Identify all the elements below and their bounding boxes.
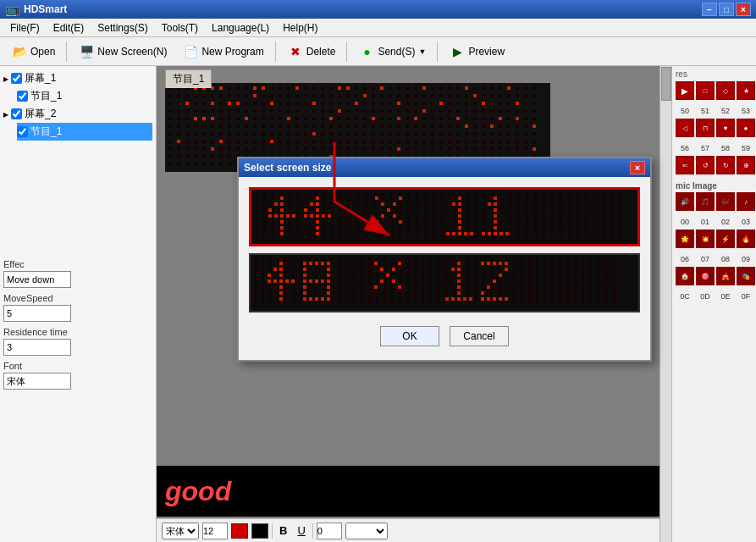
anim-0e[interactable]: 🎪 bbox=[716, 267, 735, 285]
anim-06[interactable]: 🌟 bbox=[676, 230, 694, 248]
prog1-label: 节目_1 bbox=[30, 89, 62, 103]
anim-00[interactable]: 🔊 bbox=[676, 192, 694, 211]
icon-53[interactable]: ★ bbox=[737, 81, 755, 100]
icon-57[interactable]: ⊓ bbox=[696, 119, 715, 137]
icon-5f[interactable]: ⊕ bbox=[737, 156, 755, 174]
icon-5e[interactable]: ↻ bbox=[716, 156, 735, 174]
icon-5c[interactable]: ⇐ bbox=[676, 156, 694, 174]
led-option-44x11[interactable] bbox=[249, 187, 640, 246]
prog2-checkbox[interactable] bbox=[17, 126, 28, 137]
anim-03[interactable]: ♪ bbox=[737, 192, 755, 211]
lbl-57: 57 bbox=[696, 144, 715, 152]
close-button[interactable]: × bbox=[736, 3, 751, 16]
move-speed-input[interactable] bbox=[3, 305, 71, 322]
program-tab-label: 节目_1 bbox=[165, 69, 212, 88]
send-dropdown-icon[interactable]: ▼ bbox=[418, 47, 426, 56]
led-option-48x12[interactable] bbox=[249, 253, 640, 312]
anim-08[interactable]: ⚡ bbox=[716, 230, 735, 248]
menu-bar: File(F) Edit(E) Settings(S) Tools(T) Lan… bbox=[0, 19, 756, 37]
icon-52[interactable]: ◇ bbox=[716, 81, 735, 100]
delete-button[interactable]: ✖ Delete bbox=[281, 41, 342, 63]
prog1-checkbox[interactable] bbox=[17, 91, 28, 102]
bold-button[interactable]: B bbox=[276, 524, 290, 537]
screen1-checkbox[interactable] bbox=[11, 73, 22, 84]
icon-grid-2: ◁ ⊓ ♥ ● bbox=[676, 119, 753, 137]
anim-0d[interactable]: 🎯 bbox=[696, 267, 715, 285]
send-button[interactable]: ● Send(S) ▼ bbox=[352, 41, 432, 63]
menu-settings[interactable]: Settings(S) bbox=[91, 20, 154, 36]
icon-51[interactable]: □ bbox=[696, 81, 715, 100]
maximize-button[interactable]: □ bbox=[719, 3, 734, 16]
icon-5d[interactable]: ↺ bbox=[696, 156, 715, 174]
preview-icon: ▶ bbox=[449, 43, 466, 60]
anim-09[interactable]: 🔥 bbox=[737, 230, 755, 248]
font-input[interactable] bbox=[3, 373, 71, 390]
icon-58[interactable]: ♥ bbox=[716, 119, 735, 137]
tb-sep bbox=[272, 523, 273, 539]
new-screen-button[interactable]: 🖥️ New Screen(N) bbox=[72, 41, 173, 63]
effect-input[interactable] bbox=[3, 271, 71, 288]
new-screen-icon: 🖥️ bbox=[78, 43, 95, 60]
bg-color-picker[interactable] bbox=[251, 523, 268, 539]
anim-02[interactable]: 🎶 bbox=[716, 192, 735, 211]
anim-07[interactable]: 💥 bbox=[696, 230, 715, 248]
preview-button[interactable]: ▶ Preview bbox=[443, 41, 510, 63]
anim-01[interactable]: 🎵 bbox=[696, 192, 715, 211]
lbl-51: 51 bbox=[696, 107, 715, 115]
screen2-checkbox[interactable] bbox=[11, 108, 22, 119]
cancel-button[interactable]: Cancel bbox=[450, 326, 509, 346]
lbl-07: 07 bbox=[696, 255, 715, 263]
underline-button[interactable]: U bbox=[294, 524, 308, 537]
menu-help[interactable]: Help(H) bbox=[276, 20, 324, 36]
open-icon: 📂 bbox=[11, 43, 28, 60]
menu-edit[interactable]: Edit(E) bbox=[47, 20, 91, 36]
color-picker[interactable] bbox=[231, 523, 248, 539]
dialog-buttons: OK Cancel bbox=[249, 319, 640, 350]
menu-language[interactable]: Language(L) bbox=[205, 20, 276, 36]
scrollbar[interactable] bbox=[659, 66, 671, 542]
icon-labels-2: 56 57 58 59 bbox=[676, 144, 753, 152]
anim-grid-3: 🏠 🎯 🎪 🎭 bbox=[676, 267, 753, 285]
ok-button[interactable]: OK bbox=[380, 326, 439, 346]
anim-0f[interactable]: 🎭 bbox=[737, 267, 755, 285]
icon-59[interactable]: ● bbox=[737, 119, 755, 137]
lbl-53: 53 bbox=[737, 107, 755, 115]
minimize-button[interactable]: − bbox=[702, 3, 717, 16]
menu-file[interactable]: File(F) bbox=[3, 20, 47, 36]
lbl-50: 50 bbox=[676, 107, 694, 115]
residence-time-label: Residence time bbox=[3, 327, 152, 337]
tree-item-screen1[interactable]: ▸ 屏幕_1 bbox=[3, 69, 152, 87]
preview-label: Preview bbox=[468, 46, 505, 58]
dialog-close-button[interactable]: × bbox=[630, 161, 645, 174]
tree-item-prog1[interactable]: 节目_1 bbox=[17, 87, 152, 105]
font-row: Font bbox=[3, 361, 152, 390]
scroll-thumb[interactable] bbox=[661, 67, 671, 101]
toolbar-sep-4 bbox=[437, 41, 438, 62]
icon-50[interactable]: ▶ bbox=[676, 81, 694, 100]
value-input[interactable] bbox=[317, 523, 342, 539]
new-screen-label: New Screen(N) bbox=[97, 46, 167, 58]
lbl-52: 52 bbox=[716, 107, 735, 115]
open-button[interactable]: 📂 Open bbox=[5, 41, 61, 63]
font-size-input[interactable] bbox=[202, 523, 228, 539]
tree-item-screen2[interactable]: ▸ 屏幕_2 bbox=[3, 105, 152, 123]
effect-select2[interactable] bbox=[345, 523, 388, 539]
lbl-0e: 0E bbox=[716, 292, 735, 301]
toolbar-sep-3 bbox=[346, 41, 347, 62]
preview-text: good bbox=[165, 476, 231, 507]
properties-panel: Effec MoveSpeed Residence time Font bbox=[3, 259, 152, 390]
new-program-label: New Program bbox=[201, 46, 263, 58]
new-program-button[interactable]: 📄 New Program bbox=[176, 41, 269, 63]
title-bar: 📺 HDSmart − □ × bbox=[0, 0, 756, 19]
tree-item-prog2[interactable]: 节目_1 bbox=[17, 123, 152, 141]
font-select[interactable]: 宋体 bbox=[162, 523, 199, 539]
led-canvas-44x11 bbox=[251, 190, 640, 246]
lbl-59: 59 bbox=[737, 144, 755, 152]
anim-0c[interactable]: 🏠 bbox=[676, 267, 694, 285]
icon-56[interactable]: ◁ bbox=[676, 119, 694, 137]
program-tab: 节目_1 bbox=[165, 69, 212, 88]
lbl-06: 06 bbox=[676, 255, 694, 263]
icon-grid-1: ▶ □ ◇ ★ bbox=[676, 81, 753, 100]
menu-tools[interactable]: Tools(T) bbox=[155, 20, 205, 36]
residence-time-input[interactable] bbox=[3, 339, 71, 356]
